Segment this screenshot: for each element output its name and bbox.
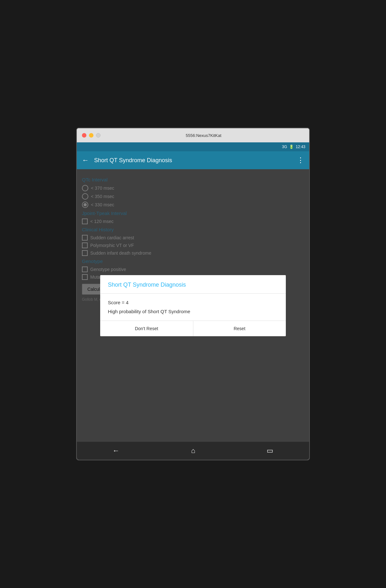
dialog-overlay[interactable]: Short QT Syndrome Diagnosis Score = 4 Hi… <box>77 169 309 442</box>
dialog-content: Score = 4 High probability of Short QT S… <box>100 294 286 321</box>
more-options-icon[interactable]: ⋮ <box>297 156 304 164</box>
app-bar-title: Short QT Syndrome Diagnosis <box>94 157 292 164</box>
app-bar: ← Short QT Syndrome Diagnosis ⋮ <box>77 151 309 169</box>
minimize-button[interactable] <box>89 133 93 138</box>
window-title: 5556:Nexus7KitKat <box>103 133 304 138</box>
battery-icon: 🔋 <box>289 145 294 149</box>
dialog-actions: Don't Reset Reset <box>100 321 286 336</box>
nav-recents-button[interactable]: ▭ <box>264 444 276 457</box>
reset-button[interactable]: Reset <box>193 321 286 336</box>
main-content: QTc Interval < 370 msec < 350 msec < 330… <box>77 169 309 442</box>
time-display: 12:43 <box>296 145 305 149</box>
dialog-title: Short QT Syndrome Diagnosis <box>100 275 286 294</box>
nav-back-button[interactable]: ← <box>110 444 122 457</box>
title-bar: 5556:Nexus7KitKat <box>77 128 309 142</box>
signal-icon: 3G <box>282 145 287 149</box>
dialog-diagnosis: High probability of Short QT Syndrome <box>108 308 278 315</box>
back-icon[interactable]: ← <box>82 156 89 164</box>
status-bar: 3G 🔋 12:43 <box>77 142 309 151</box>
device-frame: 5556:Nexus7KitKat 3G 🔋 12:43 ← Short QT … <box>76 128 310 460</box>
dont-reset-button[interactable]: Don't Reset <box>100 321 193 336</box>
close-button[interactable] <box>82 133 86 138</box>
nav-home-button[interactable]: ⌂ <box>189 444 198 457</box>
maximize-button[interactable] <box>96 133 101 138</box>
dialog-score: Score = 4 <box>108 299 278 306</box>
dialog: Short QT Syndrome Diagnosis Score = 4 Hi… <box>100 275 286 336</box>
bottom-nav: ← ⌂ ▭ <box>77 442 309 460</box>
